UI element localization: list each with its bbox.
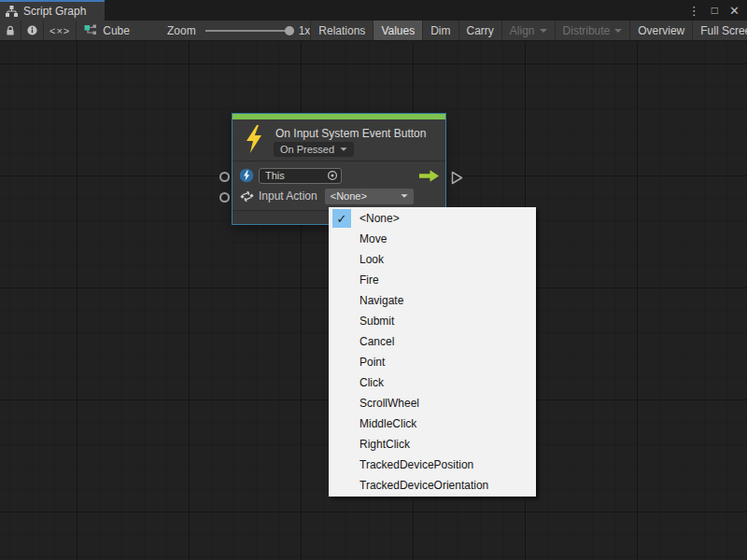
menu-item-fire[interactable]: Fire (329, 270, 536, 290)
zoom-slider[interactable] (205, 30, 291, 32)
menu-item-trackeddeviceorientation[interactable]: TrackedDeviceOrientation (329, 475, 536, 496)
window-controls: ⋮ □ ✕ (688, 0, 747, 21)
code-brackets-icon: <×> (49, 25, 70, 36)
toolbar-right-group: Relations Values Dim Carry Align Distrib… (310, 21, 747, 40)
inspect-button[interactable] (21, 21, 44, 40)
toolbar-button-dim[interactable]: Dim (422, 21, 458, 40)
toolbar-button-carry[interactable]: Carry (458, 21, 501, 40)
lock-icon (6, 25, 15, 36)
node-row-this: This (233, 165, 445, 186)
graph-canvas[interactable]: On Input System Event Button On Pressed … (0, 42, 747, 560)
chevron-down-icon (614, 29, 622, 33)
menu-item-trackeddeviceposition[interactable]: TrackedDevicePosition (329, 455, 536, 475)
zoom-slider-knob[interactable] (285, 26, 294, 35)
toolbar-button-distribute[interactable]: Distribute (555, 21, 630, 40)
node-header[interactable]: On Input System Event Button On Pressed (233, 119, 445, 161)
window-menu-icon[interactable]: ⋮ (688, 5, 700, 17)
toolbar-button-align[interactable]: Align (501, 21, 555, 40)
menu-item-submit[interactable]: Submit (329, 311, 536, 331)
menu-item-navigate[interactable]: Navigate (329, 290, 536, 311)
menu-item-scrollwheel[interactable]: ScrollWheel (329, 393, 536, 413)
object-picker-icon[interactable] (327, 170, 338, 181)
flow-output-arrow-icon (419, 170, 439, 182)
node-body: This (233, 161, 445, 206)
tab-script-graph[interactable]: Script Graph (0, 0, 105, 21)
node-title: On Input System Event Button (275, 127, 426, 140)
menu-item-look[interactable]: Look (329, 249, 536, 270)
toolbar-button-values[interactable]: Values (373, 21, 422, 40)
node-row-input-action: Input Action <None> (233, 186, 445, 206)
gameobject-event-icon (239, 168, 254, 183)
chevron-down-icon (540, 29, 547, 33)
toolbar-button-relations[interactable]: Relations (310, 21, 373, 40)
graph-target-label: Cube (103, 24, 130, 37)
menu-item-move[interactable]: Move (329, 229, 536, 249)
menu-item-point[interactable]: Point (329, 352, 536, 372)
maximize-icon[interactable]: □ (712, 5, 718, 16)
check-icon: ✓ (337, 212, 347, 226)
titlebar: Script Graph ⋮ □ ✕ (0, 0, 747, 21)
graph-target-button[interactable]: Cube (77, 21, 143, 40)
input-port-action[interactable] (219, 192, 230, 203)
input-action-icon (239, 189, 254, 203)
close-icon[interactable]: ✕ (729, 5, 740, 17)
graph-node-icon (84, 24, 97, 36)
input-action-options-menu: ✓ <None> Move Look Fire Navigate Submit … (329, 207, 536, 497)
toolbar-button-overview[interactable]: Overview (629, 21, 692, 40)
menu-item-cancel[interactable]: Cancel (329, 331, 536, 352)
lock-button[interactable] (0, 21, 21, 40)
zoom-control: Zoom 1x (167, 21, 310, 40)
zoom-label: Zoom (167, 24, 196, 37)
input-port-this[interactable] (219, 172, 230, 182)
checked-indicator: ✓ (332, 209, 351, 228)
graph-hierarchy-icon (6, 6, 18, 17)
menu-item-click[interactable]: Click (329, 372, 536, 393)
tab-label: Script Graph (23, 5, 86, 18)
menu-item-middleclick[interactable]: MiddleClick (329, 413, 536, 434)
chevron-down-icon (401, 194, 407, 198)
menu-item-rightclick[interactable]: RightClick (329, 434, 536, 455)
zoom-value: 1x (299, 24, 311, 37)
this-object-field[interactable]: This (259, 168, 342, 184)
event-type-dropdown[interactable]: On Pressed (274, 142, 354, 157)
menu-item-none[interactable]: ✓ <None> (329, 208, 536, 229)
input-action-label: Input Action (259, 189, 317, 203)
toolbar-button-fullscreen[interactable]: Full Screen (692, 21, 747, 40)
flow-output-port[interactable] (451, 171, 463, 185)
graph-toolbar: <×> Cube Zoom 1x Relations Values Dim Ca… (0, 21, 747, 41)
info-icon (27, 24, 37, 36)
event-bolt-icon (245, 125, 263, 153)
input-action-dropdown[interactable]: <None> (325, 189, 414, 204)
chevron-down-icon (340, 147, 346, 151)
variables-toggle-button[interactable]: <×> (44, 21, 77, 40)
